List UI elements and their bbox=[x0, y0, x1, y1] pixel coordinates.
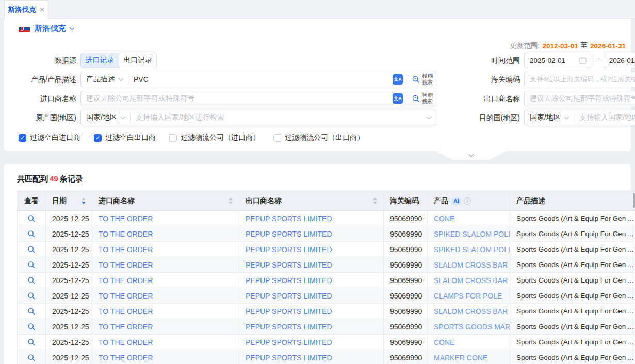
view-cell bbox=[18, 335, 46, 350]
filter-checkbox[interactable]: ✓ 过滤空白进口商 bbox=[19, 133, 80, 142]
product-link[interactable]: CONE bbox=[428, 335, 510, 350]
importer-input[interactable]: 建议去除公司尾部字符或特殊符号 bbox=[81, 94, 393, 103]
description-cell: Sports Goods (Art & Equip For Gen ... bbox=[510, 335, 633, 350]
dest-country-select[interactable]: 国家/地区 bbox=[525, 113, 574, 122]
view-magnifier-icon[interactable] bbox=[27, 338, 36, 346]
importer-search-box: 建议去除公司尾部字符或特殊符号 文A 智能搜索 bbox=[80, 91, 437, 106]
product-link[interactable]: SLALOM CROSS BAR bbox=[428, 304, 510, 319]
checkbox-label: 过滤空白进口商 bbox=[30, 133, 80, 142]
importer-link[interactable]: TO THE ORDER bbox=[92, 288, 239, 304]
date-separator: – bbox=[595, 56, 599, 64]
exporter-link[interactable]: PEPUP SPORTS LIMITED bbox=[239, 319, 384, 335]
product-search-input[interactable]: PVC bbox=[128, 75, 393, 84]
sort-icon[interactable] bbox=[82, 197, 86, 204]
product-link[interactable]: SPIKED SLALOM POLE bbox=[428, 242, 510, 257]
table-row: 2025-12-25 TO THE ORDER PEPUP SPORTS LIM… bbox=[18, 288, 635, 304]
hs-code-input[interactable]: 支持4位以上海关编码，或2位海关编码加上产品 bbox=[524, 72, 635, 87]
filter-checkbox[interactable]: 过滤物流公司（进口商） bbox=[169, 133, 260, 142]
col-date[interactable]: 日期 bbox=[46, 191, 92, 211]
product-link[interactable]: CLAMPS FOR POLE bbox=[428, 288, 510, 304]
exporter-link[interactable]: PEPUP SPORTS LIMITED bbox=[239, 273, 384, 288]
exporter-link[interactable]: PEPUP SPORTS LIMITED bbox=[239, 211, 384, 226]
origin-country-select[interactable]: 国家/地区 bbox=[81, 113, 130, 122]
hs-code-cell: 95069990 bbox=[384, 335, 428, 350]
translate-icon[interactable]: 文A bbox=[393, 74, 403, 85]
checkbox-icon[interactable] bbox=[273, 134, 281, 142]
dest-country-input[interactable]: 支持输入国家/地区进行检索 bbox=[574, 113, 635, 122]
view-magnifier-icon[interactable] bbox=[27, 230, 36, 238]
exporter-link[interactable]: PEPUP SPORTS LIMITED bbox=[239, 350, 384, 364]
checkbox-icon[interactable] bbox=[169, 134, 177, 142]
exporter-link[interactable]: PEPUP SPORTS LIMITED bbox=[239, 288, 384, 304]
tab-import-records[interactable]: 进口记录 bbox=[81, 53, 119, 68]
ai-badge: AI bbox=[451, 197, 461, 205]
view-magnifier-icon[interactable] bbox=[27, 214, 36, 223]
chevron-down-icon bbox=[427, 114, 432, 119]
view-magnifier-icon[interactable] bbox=[27, 307, 36, 316]
product-link[interactable]: MARKER CONE bbox=[428, 350, 510, 364]
table-row: 2025-12-25 TO THE ORDER PEPUP SPORTS LIM… bbox=[18, 335, 635, 350]
view-magnifier-icon[interactable] bbox=[27, 245, 36, 254]
description-cell: Sports Goods (Art & Equip For Gen ... bbox=[510, 211, 633, 226]
tab-slovakia[interactable]: 斯洛伐克 ✕ bbox=[4, 0, 48, 19]
origin-country-input[interactable]: 支持输入国家/地区进行检索 bbox=[131, 113, 427, 122]
view-magnifier-icon[interactable] bbox=[27, 276, 36, 285]
fuzzy-search-button[interactable]: 模糊搜索 bbox=[408, 73, 437, 85]
hs-code-cell: 95069990 bbox=[384, 211, 428, 226]
importer-link[interactable]: TO THE ORDER bbox=[92, 304, 239, 319]
importer-label: 进口商名称 bbox=[4, 91, 76, 106]
product-link[interactable]: CONE bbox=[428, 211, 510, 226]
product-link[interactable]: SLALOM CROSS BAR bbox=[428, 257, 510, 273]
importer-link[interactable]: TO THE ORDER bbox=[92, 350, 239, 364]
update-range-label: 更新范围: bbox=[510, 41, 540, 51]
checkbox-icon[interactable]: ✓ bbox=[94, 134, 102, 142]
exporter-link[interactable]: PEPUP SPORTS LIMITED bbox=[239, 335, 384, 350]
importer-link[interactable]: TO THE ORDER bbox=[92, 319, 239, 335]
table-row: 2025-12-25 TO THE ORDER PEPUP SPORTS LIM… bbox=[18, 304, 635, 319]
exporter-input[interactable]: 建议去除公司尾部字符或特殊符号 bbox=[524, 91, 635, 106]
view-magnifier-icon[interactable] bbox=[27, 261, 36, 269]
product-link[interactable]: SLALOM CROSS BAR bbox=[428, 273, 510, 288]
hs-code-cell: 95069990 bbox=[384, 242, 428, 257]
importer-link[interactable]: TO THE ORDER bbox=[92, 257, 239, 273]
country-selector[interactable]: 斯洛伐克 bbox=[19, 24, 74, 34]
view-magnifier-icon[interactable] bbox=[27, 292, 36, 300]
smart-search-line1: 智能 bbox=[422, 92, 433, 98]
exporter-link[interactable]: PEPUP SPORTS LIMITED bbox=[239, 226, 384, 242]
view-magnifier-icon[interactable] bbox=[27, 323, 36, 331]
importer-link[interactable]: TO THE ORDER bbox=[92, 273, 239, 288]
product-type-select[interactable]: 产品描述 bbox=[81, 75, 128, 84]
col-exporter[interactable]: 出口商名称 bbox=[239, 191, 384, 211]
collapse-form-handle[interactable] bbox=[436, 151, 506, 160]
importer-link[interactable]: TO THE ORDER bbox=[92, 226, 239, 242]
col-importer[interactable]: 进口商名称 bbox=[92, 191, 239, 211]
table-header-row: 查看 日期 进口商名称 出口商名称 海关编码 产品 AI i 产品描述 bbox=[18, 191, 635, 211]
info-icon[interactable]: i bbox=[464, 197, 471, 205]
hs-code-cell: 95069990 bbox=[384, 257, 428, 273]
search-icon bbox=[412, 75, 420, 84]
product-link[interactable]: SPORTS GOODS MAR... bbox=[428, 319, 510, 335]
product-link[interactable]: SPIKED SLALOM POLE bbox=[428, 226, 510, 242]
exporter-link[interactable]: PEPUP SPORTS LIMITED bbox=[239, 257, 384, 273]
translate-icon[interactable]: 文A bbox=[393, 93, 403, 104]
date-start-input[interactable]: 2025-02-01 bbox=[524, 53, 591, 68]
summary-prefix: 共匹配到 bbox=[17, 174, 48, 183]
dest-country-box: 国家/地区 支持输入国家/地区进行检索 bbox=[524, 110, 635, 125]
tab-export-records[interactable]: 出口记录 bbox=[119, 53, 156, 68]
filter-checkbox[interactable]: 过滤物流公司（出口商） bbox=[273, 133, 364, 142]
filter-checkbox[interactable]: ✓ 过滤空白出口商 bbox=[94, 133, 156, 142]
date-end-input[interactable]: 2026-01-31 bbox=[604, 53, 635, 68]
importer-link[interactable]: TO THE ORDER bbox=[92, 242, 239, 257]
exporter-link[interactable]: PEPUP SPORTS LIMITED bbox=[239, 242, 384, 257]
smart-search-button[interactable]: 智能搜索 bbox=[408, 92, 437, 104]
sort-icon[interactable] bbox=[229, 197, 233, 204]
importer-link[interactable]: TO THE ORDER bbox=[92, 335, 239, 350]
sort-icon[interactable] bbox=[373, 197, 377, 204]
view-magnifier-icon[interactable] bbox=[27, 354, 36, 362]
importer-link[interactable]: TO THE ORDER bbox=[92, 211, 239, 226]
exporter-link[interactable]: PEPUP SPORTS LIMITED bbox=[239, 304, 384, 319]
checkbox-icon[interactable]: ✓ bbox=[19, 134, 26, 142]
close-icon[interactable]: ✕ bbox=[39, 7, 44, 13]
chevron-down-icon bbox=[119, 76, 124, 81]
scrollbar-thumb[interactable] bbox=[633, 193, 635, 208]
